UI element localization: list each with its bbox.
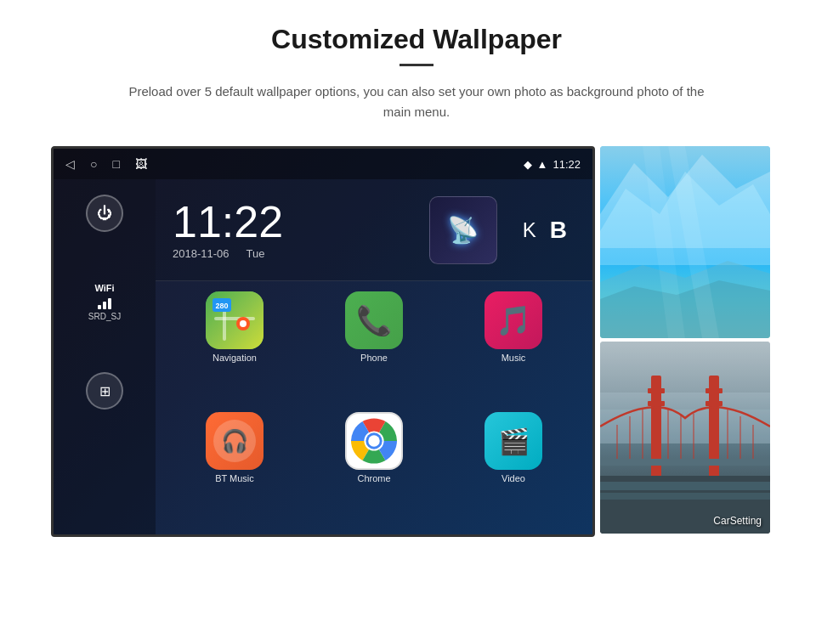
- btmusic-icon-bg: 🎧: [206, 412, 264, 470]
- app-item-btmusic[interactable]: 🎧 BT Music: [169, 412, 300, 524]
- btmusic-label: BT Music: [215, 473, 254, 483]
- svg-rect-26: [706, 401, 722, 406]
- page-title: Customized Wallpaper: [271, 24, 562, 55]
- chrome-label: Chrome: [357, 473, 390, 483]
- app-item-music[interactable]: 🎵 Music: [448, 291, 579, 404]
- app-item-phone[interactable]: 📞 Phone: [309, 291, 439, 404]
- svg-rect-36: [600, 459, 770, 466]
- day-text: Tue: [246, 247, 265, 260]
- wifi-bar-3: [108, 298, 111, 309]
- screen-main: 11:22 2018-11-06 Tue 📡 K B: [156, 179, 592, 534]
- navigation-label: Navigation: [212, 353, 257, 363]
- content-area: ◁ ○ □ 🖼 ◆ ▲ 11:22 ⏻: [51, 146, 782, 537]
- power-button[interactable]: ⏻: [86, 195, 123, 232]
- svg-rect-25: [706, 388, 722, 393]
- video-icon-bg: 🎬: [484, 412, 542, 470]
- app-grid: 280 Navigation 📞: [156, 281, 592, 534]
- page-container: Customized Wallpaper Preload over 5 defa…: [0, 0, 833, 644]
- phone-icon-bg: 📞: [345, 291, 403, 349]
- time-area: 11:22 2018-11-06 Tue 📡 K B: [156, 179, 592, 281]
- wifi-bar-2: [103, 302, 106, 309]
- radio-widget[interactable]: 📡: [429, 196, 497, 264]
- time-block: 11:22 2018-11-06 Tue: [173, 200, 404, 260]
- recents-icon[interactable]: □: [112, 157, 119, 171]
- ice-cave-svg: [600, 146, 770, 338]
- bluetooth-symbol: 🎧: [221, 428, 248, 455]
- screenshot-icon[interactable]: 🖼: [135, 157, 147, 171]
- status-bar: ◁ ○ □ 🖼 ◆ ▲ 11:22: [54, 149, 592, 179]
- svg-point-10: [368, 435, 380, 447]
- navigation-icon-bg: 280: [206, 291, 264, 349]
- app-item-video[interactable]: 🎬 Video: [448, 412, 579, 524]
- music-icon-bg: 🎵: [484, 291, 542, 349]
- location-icon: ◆: [524, 158, 532, 171]
- time-display: 11:22: [173, 200, 404, 244]
- radio-icon: 📡: [447, 215, 479, 245]
- music-label: Music: [502, 353, 526, 363]
- wifi-ssid: SRD_SJ: [88, 312, 121, 321]
- app-item-navigation[interactable]: 280 Navigation: [169, 291, 300, 404]
- app-item-chrome[interactable]: Chrome: [309, 412, 439, 524]
- chrome-icon-bg: [345, 412, 403, 470]
- status-right: ◆ ▲ 11:22: [524, 158, 581, 171]
- phone-label: Phone: [360, 353, 388, 363]
- svg-rect-38: [600, 482, 770, 490]
- left-sidebar: ⏻ WiFi SRD_SJ ⊞: [54, 179, 156, 534]
- navigation-icon-svg: 280: [206, 291, 264, 349]
- svg-rect-39: [600, 493, 770, 500]
- svg-point-6: [240, 320, 246, 327]
- video-label: Video: [502, 473, 525, 483]
- signal-icon: ▲: [537, 158, 548, 171]
- ki-icon: K: [523, 218, 536, 242]
- svg-rect-24: [648, 401, 665, 406]
- page-description: Preload over 5 default wallpaper options…: [128, 82, 706, 122]
- carsetting-label: CarSetting: [713, 515, 762, 527]
- wifi-bar-1: [98, 305, 101, 309]
- title-divider: [400, 64, 434, 66]
- bluetooth-icon: 🎧: [213, 420, 256, 462]
- date-text: 2018-11-06: [173, 247, 230, 260]
- wallpaper-previews: CarSetting: [600, 146, 770, 534]
- phone-icon: 📞: [356, 303, 392, 337]
- svg-text:280: 280: [215, 302, 228, 310]
- apps-grid-button[interactable]: ⊞: [86, 372, 123, 410]
- music-icon: 🎵: [496, 303, 531, 337]
- bridge-svg: [600, 342, 770, 534]
- nav-buttons: ◁ ○ □ 🖼: [65, 157, 147, 171]
- wifi-info: WiFi SRD_SJ: [88, 283, 121, 321]
- svg-rect-23: [648, 388, 665, 393]
- home-icon[interactable]: ○: [90, 157, 97, 171]
- status-time: 11:22: [552, 158, 581, 171]
- b-icon: B: [550, 217, 567, 244]
- grid-icon: ⊞: [99, 383, 110, 399]
- android-screen: ◁ ○ □ 🖼 ◆ ▲ 11:22 ⏻: [51, 146, 595, 537]
- video-icon: 🎬: [498, 427, 530, 456]
- date-display: 2018-11-06 Tue: [173, 247, 404, 260]
- back-icon[interactable]: ◁: [65, 157, 75, 171]
- chrome-icon-svg: [350, 416, 398, 466]
- power-icon: ⏻: [97, 205, 112, 223]
- wifi-bars: [88, 296, 121, 309]
- wallpaper-ice-cave[interactable]: [600, 146, 770, 338]
- screen-body: ⏻ WiFi SRD_SJ ⊞: [54, 179, 592, 534]
- shortcut-icons: K B: [523, 217, 575, 244]
- wallpaper-bridge[interactable]: CarSetting: [600, 342, 770, 534]
- wifi-label: WiFi: [88, 283, 121, 293]
- svg-rect-2: [214, 317, 255, 320]
